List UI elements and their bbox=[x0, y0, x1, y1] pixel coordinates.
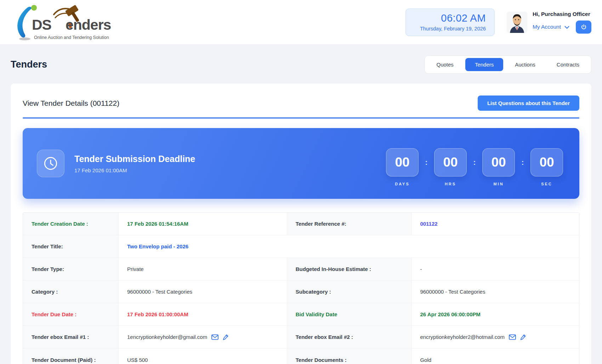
clock-icon-container bbox=[37, 150, 64, 177]
brand-rest: enders bbox=[66, 17, 111, 33]
card-title: View Tender Details (001122) bbox=[23, 99, 119, 108]
tab-tenders[interactable]: Tenders bbox=[465, 58, 503, 71]
bid-validity-label: Bid Validity Date bbox=[287, 303, 412, 325]
subcategory-value: 96000000 - Test Categories bbox=[411, 281, 579, 303]
subcategory-label: Subcategory : bbox=[287, 281, 412, 303]
deadline-banner: Tender Submission Deadline 17 Feb 2026 0… bbox=[23, 128, 579, 199]
countdown-seconds: 00 SEC bbox=[530, 148, 563, 186]
deadline-datetime: 17 Feb 2026 01:00AM bbox=[74, 167, 195, 173]
tab-contracts[interactable]: Contracts bbox=[547, 58, 589, 71]
budget-value: - bbox=[411, 258, 579, 280]
ebox-email-2-cell: encryptionkeyholder2@hotmail.com bbox=[411, 326, 579, 348]
countdown-minutes: 00 MIN bbox=[482, 148, 515, 186]
category-label: Category : bbox=[23, 281, 119, 303]
reference-value: 001122 bbox=[411, 213, 579, 235]
list-questions-button[interactable]: List Questions about this Tender bbox=[478, 96, 579, 111]
countdown-minutes-label: MIN bbox=[493, 182, 504, 186]
page-title: Tenders bbox=[11, 59, 47, 70]
tab-quotes[interactable]: Quotes bbox=[427, 58, 463, 71]
countdown-seconds-label: SEC bbox=[541, 182, 552, 186]
table-row: Tender Title: Two Envelop paid - 2026 bbox=[23, 235, 579, 258]
top-bar: DS enders Online Auction and Tendering S… bbox=[0, 0, 602, 44]
type-label: Tender Type: bbox=[23, 258, 119, 280]
ebox-email-2-value: encryptionkeyholder2@hotmail.com bbox=[420, 334, 505, 340]
deadline-texts: Tender Submission Deadline 17 Feb 2026 0… bbox=[74, 154, 195, 173]
app-logo[interactable]: DS enders Online Auction and Tendering S… bbox=[11, 3, 120, 41]
pencil-icon bbox=[520, 334, 526, 340]
type-value: Private bbox=[119, 258, 287, 280]
countdown-seconds-value: 00 bbox=[530, 148, 563, 177]
ebox-email-1-cell: 1encryptionkeyholder@gmail.com bbox=[119, 326, 287, 348]
category-value: 96000000 - Test Categories bbox=[119, 281, 287, 303]
logout-button[interactable] bbox=[576, 21, 591, 34]
due-date-label: Tender Due Date : bbox=[23, 303, 119, 325]
chevron-down-icon[interactable] bbox=[564, 26, 569, 29]
documents-label: Tender Documents : bbox=[287, 348, 412, 364]
card-header: View Tender Details (001122) List Questi… bbox=[23, 96, 579, 111]
table-row: Tender Document (Paid) : US$ 500 Tender … bbox=[23, 348, 579, 364]
countdown-days: 00 DAYS bbox=[386, 148, 419, 186]
clock-date: Thursday, February 19, 2026 bbox=[414, 26, 486, 31]
table-row: Tender Due Date : 17 Feb 2026 01:00:00AM… bbox=[23, 303, 579, 326]
power-icon bbox=[580, 24, 587, 30]
document-paid-value: US$ 500 bbox=[119, 348, 287, 364]
envelope-icon bbox=[509, 334, 516, 340]
countdown-hours-value: 00 bbox=[434, 148, 467, 177]
user-greeting: Hi, Purchasing Officer bbox=[533, 11, 591, 17]
deadline-title: Tender Submission Deadline bbox=[74, 154, 195, 164]
document-paid-label: Tender Document (Paid) : bbox=[23, 348, 119, 364]
clock-time: 06:02 AM bbox=[414, 12, 486, 24]
countdown-days-value: 00 bbox=[386, 148, 419, 177]
brand-text: DS enders bbox=[32, 17, 111, 33]
brand-ds: DS bbox=[32, 17, 51, 33]
send-email-2-button[interactable] bbox=[509, 334, 516, 340]
budget-label: Budgeted In-House Estimate : bbox=[287, 258, 412, 280]
page-content: Tenders Quotes Tenders Auctions Contract… bbox=[0, 56, 602, 364]
creation-date-value: 17 Feb 2026 01:54:16AM bbox=[119, 213, 287, 235]
countdown-timer: 00 DAYS : 00 HRS : 00 MIN : 00 SEC bbox=[386, 148, 563, 186]
logo-shadow bbox=[19, 37, 30, 40]
logo-green-dot bbox=[31, 5, 37, 11]
countdown-minutes-value: 00 bbox=[482, 148, 515, 177]
title-value: Two Envelop paid - 2026 bbox=[119, 235, 579, 258]
envelope-icon bbox=[211, 334, 218, 340]
card-divider bbox=[23, 117, 579, 119]
brand-tagline: Online Auction and Tendering Solution bbox=[34, 35, 109, 40]
avatar[interactable] bbox=[507, 12, 527, 33]
table-row: Tender ebox Email #1 : 1encryptionkeyhol… bbox=[23, 326, 579, 348]
reference-label: Tender Reference #: bbox=[287, 213, 412, 235]
countdown-days-label: DAYS bbox=[395, 182, 410, 186]
documents-value: Gold bbox=[411, 348, 579, 364]
countdown-separator: : bbox=[515, 148, 530, 177]
pencil-icon bbox=[223, 334, 229, 340]
countdown-separator: : bbox=[467, 148, 482, 177]
title-label: Tender Title: bbox=[23, 235, 119, 258]
edit-email-2-button[interactable] bbox=[520, 334, 526, 340]
tab-bar: Quotes Tenders Auctions Contracts bbox=[425, 56, 592, 74]
bid-validity-value: 26 Apr 2026 06:00:00PM bbox=[411, 303, 579, 325]
table-row: Category : 96000000 - Test Categories Su… bbox=[23, 281, 579, 303]
user-cluster: Hi, Purchasing Officer My Account bbox=[507, 11, 591, 34]
user-info: Hi, Purchasing Officer My Account bbox=[533, 11, 591, 34]
my-account-link[interactable]: My Account bbox=[533, 24, 561, 30]
edit-email-1-button[interactable] bbox=[223, 334, 229, 340]
send-email-1-button[interactable] bbox=[211, 334, 218, 340]
logo-swoosh bbox=[17, 7, 32, 37]
clock-icon bbox=[43, 156, 58, 171]
tab-auctions[interactable]: Auctions bbox=[505, 58, 545, 71]
ebox-email-1-label: Tender ebox Email #1 : bbox=[23, 326, 119, 348]
account-row: My Account bbox=[533, 21, 591, 34]
page-header-row: Tenders Quotes Tenders Auctions Contract… bbox=[11, 56, 591, 74]
brand-gavel-gap bbox=[51, 17, 66, 33]
due-date-value: 17 Feb 2026 01:00:00AM bbox=[119, 303, 287, 325]
countdown-hours-label: HRS bbox=[445, 182, 456, 186]
ebox-email-2-label: Tender ebox Email #2 : bbox=[287, 326, 412, 348]
avatar-graphic bbox=[507, 12, 527, 33]
clock-widget: 06:02 AM Thursday, February 19, 2026 bbox=[405, 8, 495, 36]
countdown-separator: : bbox=[419, 148, 434, 177]
countdown-hours: 00 HRS bbox=[434, 148, 467, 186]
table-row: Tender Creation Date : 17 Feb 2026 01:54… bbox=[23, 213, 579, 235]
ebox-email-1-value: 1encryptionkeyholder@gmail.com bbox=[127, 334, 207, 340]
tender-details-table: Tender Creation Date : 17 Feb 2026 01:54… bbox=[23, 212, 579, 364]
tender-details-card: View Tender Details (001122) List Questi… bbox=[11, 83, 591, 364]
